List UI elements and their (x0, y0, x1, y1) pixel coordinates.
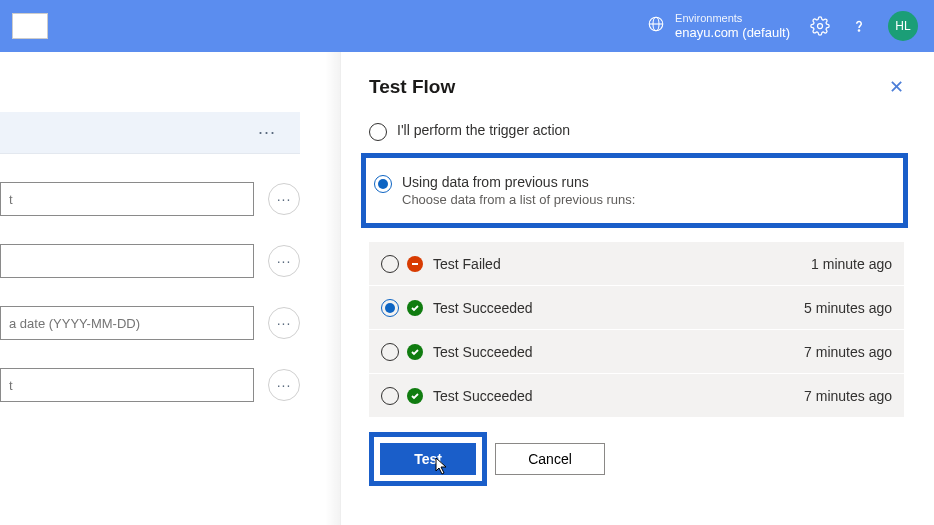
run-time: 7 minutes ago (804, 344, 892, 360)
environment-section[interactable]: Environments enayu.com (default) (647, 12, 790, 41)
more-icon[interactable]: ··· (268, 245, 300, 277)
run-item[interactable]: Test Failed1 minute ago (369, 242, 904, 286)
run-time: 7 minutes ago (804, 388, 892, 404)
left-pane: ··· ··· ··· ··· ··· (0, 52, 340, 525)
radio-icon (381, 255, 399, 273)
option-previous-label: Using data from previous runs (402, 174, 635, 190)
option-manual[interactable]: I'll perform the trigger action (369, 116, 904, 147)
fail-icon (407, 256, 423, 272)
search-box[interactable] (12, 13, 48, 39)
run-label: Test Succeeded (433, 300, 796, 316)
test-button-label: Test (414, 451, 442, 467)
run-label: Test Succeeded (433, 344, 796, 360)
app-header: Environments enayu.com (default) HL (0, 0, 934, 52)
more-icon[interactable]: ··· (258, 122, 276, 143)
run-time: 1 minute ago (811, 256, 892, 272)
env-label: Environments (675, 12, 790, 25)
run-item[interactable]: Test Succeeded7 minutes ago (369, 374, 904, 418)
radio-icon (381, 343, 399, 361)
run-label: Test Failed (433, 256, 803, 272)
panel-title: Test Flow (369, 76, 455, 98)
radio-icon (369, 123, 387, 141)
cancel-button[interactable]: Cancel (495, 443, 605, 475)
field-input[interactable] (0, 306, 254, 340)
success-icon (407, 300, 423, 316)
close-icon[interactable]: ✕ (889, 76, 904, 98)
run-label: Test Succeeded (433, 388, 796, 404)
radio-icon (381, 299, 399, 317)
radio-icon (374, 175, 392, 193)
highlight-test-button: Test (369, 432, 487, 486)
globe-icon (647, 15, 665, 37)
field-input[interactable] (0, 368, 254, 402)
more-icon[interactable]: ··· (268, 307, 300, 339)
header-left (16, 13, 48, 39)
svg-rect-5 (412, 263, 418, 265)
card-header: ··· (0, 112, 300, 154)
run-time: 5 minutes ago (804, 300, 892, 316)
env-value: enayu.com (default) (675, 25, 790, 41)
highlight-previous-option: Using data from previous runs Choose dat… (361, 153, 908, 228)
svg-point-3 (818, 24, 823, 29)
more-icon[interactable]: ··· (268, 183, 300, 215)
option-previous[interactable]: Using data from previous runs Choose dat… (374, 168, 895, 213)
field-input[interactable] (0, 182, 254, 216)
field-input[interactable] (0, 244, 254, 278)
option-manual-label: I'll perform the trigger action (397, 122, 570, 138)
button-row: Test Cancel (369, 432, 904, 486)
avatar[interactable]: HL (888, 11, 918, 41)
main-area: ··· ··· ··· ··· ··· Test Flow ✕ I'll per… (0, 52, 934, 525)
run-item[interactable]: Test Succeeded5 minutes ago (369, 286, 904, 330)
run-list: Test Failed1 minute agoTest Succeeded5 m… (369, 242, 904, 418)
svg-point-4 (858, 30, 859, 31)
option-previous-sub: Choose data from a list of previous runs… (402, 192, 635, 207)
run-item[interactable]: Test Succeeded7 minutes ago (369, 330, 904, 374)
settings-icon[interactable] (810, 16, 830, 36)
radio-icon (381, 387, 399, 405)
help-icon[interactable] (850, 17, 868, 35)
header-right: Environments enayu.com (default) HL (647, 11, 918, 41)
test-button[interactable]: Test (380, 443, 476, 475)
success-icon (407, 388, 423, 404)
more-icon[interactable]: ··· (268, 369, 300, 401)
success-icon (407, 344, 423, 360)
test-flow-panel: Test Flow ✕ I'll perform the trigger act… (340, 52, 934, 525)
